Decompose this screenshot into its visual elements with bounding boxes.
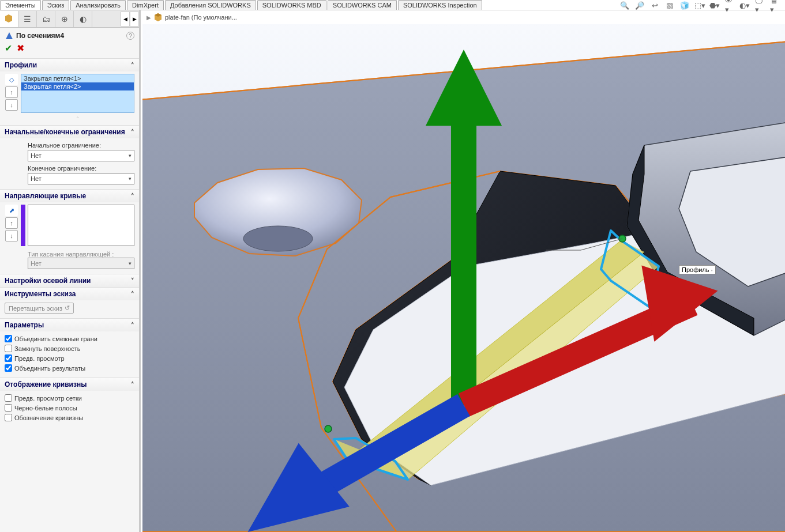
move-up-button[interactable]: ↑ — [5, 86, 18, 98]
section-constraints-header[interactable]: Начальные/конечные ограничения ˄ — [0, 125, 139, 138]
guide-tangent-value: Нет — [31, 260, 42, 267]
display-style-icon[interactable]: ⬣▾ — [710, 1, 719, 10]
zebra-input[interactable] — [5, 404, 12, 412]
section-sketchtools-header[interactable]: Инструменты эскиза ˄ — [0, 287, 139, 300]
tab-dimxpert[interactable]: DimXpert — [127, 0, 164, 10]
end-constraint-label: Конечное ограничение: — [28, 165, 134, 172]
guide-tangent-select: Нет ▾ — [28, 258, 134, 269]
section-profiles-header[interactable]: Профили ˄ — [0, 58, 139, 71]
guide-move-up-button[interactable]: ↑ — [5, 217, 18, 229]
chevron-up-icon: ˄ — [131, 62, 134, 69]
tab-mbd[interactable]: SOLIDWORKS MBD — [257, 0, 326, 10]
section-view-icon[interactable]: ▧ — [665, 1, 674, 10]
zoom-area-icon[interactable]: 🔎 — [635, 1, 644, 10]
breadcrumb: ▶ plate-fan (По умолчани... — [143, 10, 785, 24]
breadcrumb-expand-icon[interactable]: ▶ — [147, 14, 151, 21]
mesh-preview-label: Предв. просмотр сетки — [14, 395, 82, 402]
end-constraint-select[interactable]: Нет ▾ — [28, 173, 134, 184]
section-params-title: Параметры — [5, 321, 44, 329]
curv-comb-label: Обозначение кривизны — [14, 414, 83, 421]
preview-input[interactable] — [5, 354, 12, 362]
mesh-preview-input[interactable] — [5, 394, 12, 402]
guide-color-bar — [21, 205, 25, 246]
section-curvature-title: Отображение кривизны — [5, 380, 87, 388]
start-constraint-label: Начальное ограничение: — [28, 142, 134, 149]
property-manager-panel: ☰ 🗂 ⊕ ◐ ◀ ▶ По сечениям4 ? ✔ ✖ Профили ˄… — [0, 10, 141, 532]
manager-tabs: ☰ 🗂 ⊕ ◐ ◀ ▶ — [0, 10, 139, 28]
property-manager-tab[interactable]: ☰ — [18, 11, 37, 27]
help-icon[interactable]: ? — [126, 32, 134, 40]
graphics-area[interactable]: Профиль ◦ — [142, 24, 785, 532]
zebra-label: Черно-белые полосы — [14, 405, 77, 412]
drag-sketch-button[interactable]: Перетащить эскиз ↺ — [5, 303, 74, 314]
start-constraint-value: Нет — [31, 152, 42, 159]
tab-cam[interactable]: SOLIDWORKS CAM — [328, 0, 397, 10]
view-orientation-icon[interactable]: ⬚▾ — [695, 1, 704, 10]
cancel-button[interactable]: ✖ — [17, 43, 24, 54]
svg-marker-9 — [426, 50, 502, 126]
end-constraint-value: Нет — [31, 175, 42, 182]
tab-scroll-left[interactable]: ◀ — [121, 12, 130, 27]
profile-list[interactable]: Закрытая петля<1> Закрытая петля<2> — [21, 74, 134, 113]
section-curvature-header[interactable]: Отображение кривизны ˄ — [0, 378, 139, 391]
section-curvature-body: Предв. просмотр сетки Черно-белые полосы… — [0, 391, 139, 427]
feature-tree-icon — [4, 14, 14, 24]
section-profiles-title: Профили — [5, 61, 37, 69]
profile-item-2[interactable]: Закрытая петля<2> — [21, 82, 134, 90]
start-constraint-select[interactable]: Нет ▾ — [28, 150, 134, 161]
tab-addins[interactable]: Добавления SOLIDWORKS — [165, 0, 256, 10]
chevron-up-icon: ˄ — [131, 129, 134, 136]
view-settings-icon[interactable]: 🖥▾ — [770, 1, 779, 10]
section-centerline-header[interactable]: Настройки осевой линии ˅ — [0, 274, 139, 287]
chevron-up-icon: ˄ — [131, 322, 134, 329]
chevron-up-icon: ˄ — [131, 193, 134, 200]
breadcrumb-part-name[interactable]: plate-fan (По умолчани... — [165, 14, 237, 21]
curv-comb-input[interactable] — [5, 414, 12, 421]
close-surface-input[interactable] — [5, 345, 12, 352]
zoom-fit-icon[interactable]: 🔍 — [620, 1, 629, 10]
move-down-button[interactable]: ↓ — [5, 99, 18, 111]
edit-appearance-icon[interactable]: ◐▾ — [740, 1, 749, 10]
feature-title-row: По сечениям4 ? — [0, 28, 139, 41]
mesh-preview-checkbox[interactable]: Предв. просмотр сетки — [5, 393, 134, 403]
tab-inspection[interactable]: SOLIDWORKS Inspection — [398, 0, 482, 10]
merge-faces-input[interactable] — [5, 335, 12, 342]
tab-sketch[interactable]: Эскиз — [42, 0, 69, 10]
merge-results-checkbox[interactable]: Объединить результаты — [5, 363, 134, 373]
preview-checkbox[interactable]: Предв. просмотр — [5, 353, 134, 363]
section-guides-header[interactable]: Направляющие кривые ˄ — [0, 189, 139, 202]
feature-title: По сечениям4 — [16, 32, 64, 40]
merge-results-input[interactable] — [5, 364, 12, 372]
profile-item-1[interactable]: Закрытая петля<1> — [21, 74, 134, 82]
tab-elements[interactable]: Элементы — [0, 0, 41, 10]
previous-view-icon[interactable]: ↩ — [650, 1, 659, 10]
guide-selector-icon: ⬈ — [5, 205, 18, 216]
chevron-up-icon: ˄ — [131, 290, 134, 298]
dropdown-caret-icon: ▾ — [129, 261, 132, 266]
guide-tangent-label: Тип касания направляющей : — [28, 251, 134, 258]
display-manager-tab[interactable]: ◐ — [74, 11, 92, 27]
section-profiles-body: ◇ ↑ ↓ Закрытая петля<1> Закрытая петля<2… — [0, 71, 139, 125]
list-resize-handle[interactable]: ◦ — [21, 114, 134, 120]
curv-comb-checkbox[interactable]: Обозначение кривизны — [5, 413, 134, 422]
dropdown-caret-icon: ▾ — [129, 176, 132, 182]
zebra-checkbox[interactable]: Черно-белые полосы — [5, 403, 134, 413]
dimxpert-manager-tab[interactable]: ⊕ — [55, 11, 74, 27]
dynamic-annotation-icon[interactable]: 🧊 — [680, 1, 689, 10]
tab-analyze[interactable]: Анализировать — [70, 0, 126, 10]
confirm-row: ✔ ✖ — [0, 41, 139, 58]
reference-triad[interactable] — [142, 24, 785, 532]
apply-scene-icon[interactable]: 🖵▾ — [755, 1, 764, 10]
guide-move-down-button[interactable]: ↓ — [5, 230, 18, 242]
merge-faces-checkbox[interactable]: Объединить смежные грани — [5, 334, 134, 344]
feature-manager-tab[interactable] — [0, 11, 18, 27]
ok-button[interactable]: ✔ — [5, 43, 12, 54]
guide-list[interactable] — [28, 205, 134, 246]
section-centerline-title: Настройки осевой линии — [5, 277, 91, 285]
configuration-manager-tab[interactable]: 🗂 — [37, 11, 55, 27]
merge-results-label: Объединить результаты — [14, 365, 85, 372]
close-surface-checkbox[interactable]: Замкнуть поверхность — [5, 344, 134, 353]
section-params-header[interactable]: Параметры ˄ — [0, 318, 139, 331]
tab-scroll-right[interactable]: ▶ — [130, 12, 139, 27]
hide-show-icon[interactable]: 👁▾ — [725, 1, 734, 10]
